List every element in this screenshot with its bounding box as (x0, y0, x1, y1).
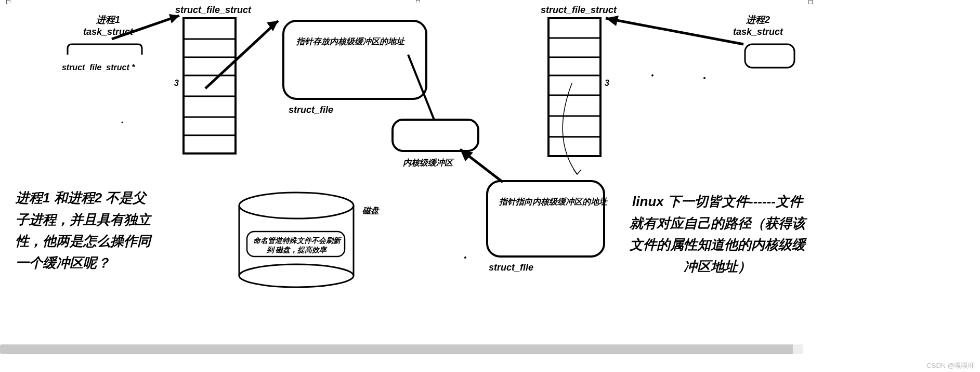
kernel-buffer-caption: 内核级缓冲区 (403, 158, 453, 169)
right-table-title: struct_file_struct (541, 4, 617, 16)
svg-layer (8, 3, 806, 359)
svg-marker-20 (606, 16, 619, 26)
process2-title: 进程2 task_struct (733, 14, 783, 39)
process1-title: 进程1 task_struct (83, 14, 133, 39)
svg-point-28 (122, 122, 123, 123)
struct-file-left-caption: struct_file (289, 104, 333, 116)
disk-caption: 磁盘 (362, 206, 379, 216)
diagram-canvas: 进程1 task_struct _struct_file_struct * st… (8, 3, 806, 359)
horizontal-scrollbar[interactable] (0, 344, 803, 354)
right-file-struct-table (548, 18, 600, 156)
struct-file-right-box (487, 181, 604, 256)
svg-rect-13 (548, 18, 600, 156)
svg-point-29 (464, 256, 466, 259)
left-table-index: 3 (174, 78, 179, 89)
arrow-p2-to-table (606, 18, 743, 44)
left-paragraph: 进程1 和进程2 不是父子进程，并且具有独立性，他两是怎么操作同一个缓冲区呢？ (16, 187, 153, 274)
disk-inner-text: 命名管道特殊文件不会刷新到 磁盘，提高效率 (251, 236, 342, 254)
svg-line-10 (408, 55, 434, 120)
process2-box (745, 44, 794, 68)
thin-connector-right (563, 83, 577, 174)
struct-file-right-caption: struct_file (489, 262, 533, 274)
struct-file-left-inner: 指针存放内核级缓冲区的地址 (296, 36, 404, 47)
left-table-title: struct_file_struct (175, 4, 251, 16)
svg-point-27 (703, 77, 705, 79)
struct-file-left-box (283, 21, 426, 99)
right-paragraph: linux 下一切皆文件------文件就有对应自己的路径（获得该文件的属性知道… (629, 191, 806, 277)
kernel-buffer-box (393, 120, 478, 151)
watermark: CSDN @嘎嘎旺 (926, 361, 975, 370)
svg-point-24 (239, 264, 354, 287)
svg-point-26 (651, 74, 654, 76)
svg-point-21 (239, 193, 354, 219)
svg-line-8 (205, 21, 278, 88)
right-table-index: 3 (605, 78, 609, 89)
process1-box (68, 44, 142, 55)
process1-ptr-label: _struct_file_struct * (57, 62, 135, 73)
struct-file-right-inner: 指针指向内核级缓冲区的地址 (499, 197, 607, 208)
